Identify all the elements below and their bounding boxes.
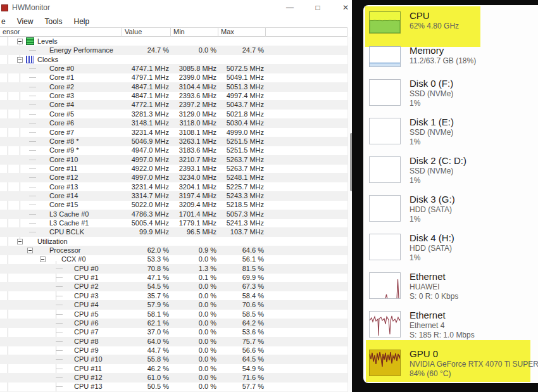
disk1-title: Disk 1 (E:) bbox=[410, 116, 454, 128]
table-row[interactable]: Core #14797.1 MHz2399.0 MHz5049.1 MHz bbox=[0, 73, 347, 82]
sensor-min: 1701.4 MHz bbox=[166, 210, 216, 218]
sensor-min: 0.0 % bbox=[166, 310, 216, 318]
expand-collapse-toggle[interactable] bbox=[40, 256, 46, 262]
table-row[interactable]: Core #143314.7 MHz3197.4 MHz5243.3 MHz bbox=[0, 191, 347, 201]
menu-item-view[interactable]: View bbox=[11, 17, 39, 26]
table-row[interactable]: CPU #944.7 %0.0 %56.6 % bbox=[0, 346, 347, 355]
column-header-Min[interactable]: Min bbox=[171, 28, 218, 37]
expand-collapse-toggle[interactable] bbox=[27, 248, 33, 253]
perf-entry-cpu[interactable]: CPU62% 4.80 GHz bbox=[363, 11, 538, 47]
table-row[interactable]: Clocks bbox=[0, 55, 347, 65]
cpu-subtitle-0: 62% 4.80 GHz bbox=[410, 22, 459, 31]
table-row[interactable]: Core #124997.0 MHz3234.0 MHz5248.1 MHz bbox=[0, 173, 347, 182]
table-row[interactable]: CPU #864.0 %0.0 %75.7 % bbox=[0, 337, 347, 346]
sensor-min: 0.1 % bbox=[166, 274, 216, 281]
table-row[interactable]: Core #73231.4 MHz3108.1 MHz4999.0 MHz bbox=[0, 128, 347, 137]
sensor-label: Core #13 bbox=[49, 183, 78, 191]
table-row[interactable]: L3 Cache #04786.3 MHz1701.4 MHz5057.3 MH… bbox=[0, 210, 347, 219]
table-row[interactable]: Core #8 *5046.9 MHz3263.1 MHz5251.5 MHz bbox=[0, 137, 347, 146]
table-row[interactable]: CPU #1350.5 %0.0 %57.7 % bbox=[0, 382, 347, 391]
sensor-label: Core #10 bbox=[49, 156, 78, 163]
table-row[interactable]: Core #133231.4 MHz3204.1 MHz5225.7 MHz bbox=[0, 182, 347, 192]
table-row[interactable]: CPU BCLK99.9 MHz96.5 MHz103.7 MHz bbox=[0, 227, 347, 237]
table-row[interactable]: CPU #254.5 %0.0 %67.3 % bbox=[0, 282, 347, 291]
sensor-min: 0.0 % bbox=[166, 301, 216, 308]
minimize-icon[interactable]: — bbox=[280, 0, 299, 15]
sensor-min: 3085.8 MHz bbox=[166, 65, 216, 72]
table-row[interactable]: Core #114922.0 MHz2393.1 MHz5263.7 MHz bbox=[0, 164, 347, 174]
table-row[interactable]: CPU #737.0 %0.0 %53.6 % bbox=[0, 327, 347, 337]
perf-entry-disk3[interactable]: Disk 3 (G:)HDD (SATA)1% bbox=[363, 195, 538, 231]
table-row[interactable]: Processor62.0 %0.9 %64.6 % bbox=[0, 246, 347, 255]
column-header-Max[interactable]: Max bbox=[218, 28, 266, 37]
gpu0-subtitle-0: NVIDIA GeForce RTX 4070 Ti SUPER bbox=[410, 360, 538, 369]
table-row[interactable]: Core #53281.3 MHz3129.0 MHz5021.8 MHz bbox=[0, 110, 347, 119]
cpu-graph bbox=[369, 11, 401, 34]
table-row[interactable]: Core #155022.0 MHz3209.4 MHz5218.5 MHz bbox=[0, 200, 347, 210]
table-row[interactable]: Core #34847.1 MHz2393.6 MHz4997.4 MHz bbox=[0, 91, 347, 101]
table-row[interactable]: Energy Performance24.7 %0.0 %24.7 % bbox=[0, 46, 347, 55]
sensor-max: 64.5 % bbox=[213, 355, 264, 363]
perf-entry-disk1[interactable]: Disk 1 (E:)SSD (NVMe)1% bbox=[363, 118, 538, 153]
table-row[interactable]: Core #9 *4947.0 MHz3183.6 MHz5251.5 MHz bbox=[0, 146, 347, 155]
sensor-label: CPU #10 bbox=[74, 355, 103, 363]
table-row[interactable]: Core #04747.1 MHz3085.8 MHz5072.5 MHz bbox=[0, 64, 347, 73]
sensor-value: 3281.3 MHz bbox=[116, 110, 169, 118]
maximize-icon[interactable]: □ bbox=[308, 0, 327, 15]
sensor-value: 64.0 % bbox=[116, 338, 169, 345]
cpu-title: CPU bbox=[410, 9, 459, 22]
table-row[interactable]: CPU #457.9 %0.0 %70.6 % bbox=[0, 300, 347, 310]
sensor-min: 3263.1 MHz bbox=[166, 137, 216, 145]
sensor-value: 35.7 % bbox=[116, 292, 169, 300]
table-row[interactable]: CPU #070.8 %1.3 %81.5 % bbox=[0, 264, 347, 274]
table-row[interactable]: Core #24847.1 MHz3104.4 MHz5051.3 MHz bbox=[0, 82, 347, 92]
table-row[interactable]: CPU #1261.0 %0.0 %71.6 % bbox=[0, 373, 347, 383]
sensor-value: 4947.0 MHz bbox=[116, 146, 169, 154]
memory-graph bbox=[369, 46, 401, 67]
table-row[interactable]: Core #44772.1 MHz2397.2 MHz5043.7 MHz bbox=[0, 100, 347, 110]
menu-item-tools[interactable]: Tools bbox=[39, 17, 68, 26]
expand-collapse-toggle[interactable] bbox=[17, 57, 23, 63]
perf-entry-ethernet2[interactable]: EthernetEthernet 4S: 185 R: 1.0 Mbps bbox=[363, 311, 538, 346]
table-row[interactable]: Core #63148.1 MHz3118.0 MHz5030.4 MHz bbox=[0, 118, 347, 128]
perf-entry-disk0[interactable]: Disk 0 (F:)SSD (NVMe)1% bbox=[363, 79, 538, 115]
table-row[interactable]: Core #104997.0 MHz3210.7 MHz5263.7 MHz bbox=[0, 155, 347, 165]
table-row[interactable]: CCX #053.3 %0.0 %56.1 % bbox=[0, 255, 347, 264]
tree-connector bbox=[29, 214, 36, 215]
disk1-subtitle-1: 1% bbox=[410, 137, 454, 147]
sensor-max: 5057.3 MHz bbox=[213, 210, 264, 218]
menu-item-file[interactable]: e bbox=[0, 17, 11, 26]
disk2-text: Disk 2 (C: D:)SSD (NVMe)1% bbox=[410, 155, 466, 186]
tree-connector bbox=[29, 232, 36, 232]
sensor-max: 81.5 % bbox=[213, 265, 264, 272]
perf-entry-gpu0[interactable]: GPU 0NVIDIA GeForce RTX 4070 Ti SUPER84%… bbox=[363, 350, 538, 383]
sensor-label: Core #3 bbox=[49, 92, 74, 99]
disk1-subtitle-0: SSD (NVMe) bbox=[410, 128, 454, 137]
menu-item-help[interactable]: Help bbox=[68, 17, 96, 26]
perf-entry-disk2[interactable]: Disk 2 (C: D:)SSD (NVMe)1% bbox=[363, 156, 538, 192]
table-row[interactable]: CPU #1146.2 %0.0 %54.9 % bbox=[0, 364, 347, 374]
expand-collapse-toggle[interactable] bbox=[17, 39, 23, 44]
sensor-label: Core #0 bbox=[49, 65, 74, 72]
column-header-ensor[interactable]: ensor bbox=[0, 28, 122, 37]
tree-connector bbox=[29, 68, 36, 69]
table-row[interactable]: Levels bbox=[0, 37, 347, 46]
table-row[interactable]: CPU #1055.8 %0.0 %64.5 % bbox=[0, 355, 347, 364]
perf-entry-ethernet1[interactable]: EthernetHUAWEIS: 0 R: 0 Kbps bbox=[363, 272, 538, 308]
tree-connector bbox=[29, 50, 36, 51]
table-row[interactable]: CPU #662.1 %0.0 %64.2 % bbox=[0, 319, 347, 328]
table-row[interactable]: CPU #335.7 %0.0 %58.4 % bbox=[0, 291, 347, 301]
column-header-blank[interactable] bbox=[266, 28, 347, 37]
perf-entry-disk4[interactable]: Disk 4 (H:)HDD (SATA)1% bbox=[363, 234, 538, 269]
table-row[interactable]: Utilization bbox=[0, 237, 347, 246]
sensor-label: CPU #4 bbox=[74, 301, 99, 308]
table-row[interactable]: L3 Cache #15005.4 MHz1779.1 MHz5241.3 MH… bbox=[0, 218, 347, 228]
sensor-max: 54.9 % bbox=[213, 365, 264, 372]
table-row[interactable]: CPU #558.1 %0.0 %58.5 % bbox=[0, 310, 347, 319]
expand-collapse-toggle[interactable] bbox=[17, 239, 23, 244]
ethernet2-title: Ethernet bbox=[410, 309, 475, 321]
table-row[interactable]: CPU #147.1 %0.1 %69.9 % bbox=[0, 273, 347, 282]
perf-entry-memory[interactable]: Memory11.2/63.7 GB (18%) bbox=[363, 46, 538, 82]
tree-connector bbox=[56, 323, 63, 324]
column-header-Value[interactable]: Value bbox=[122, 28, 171, 37]
